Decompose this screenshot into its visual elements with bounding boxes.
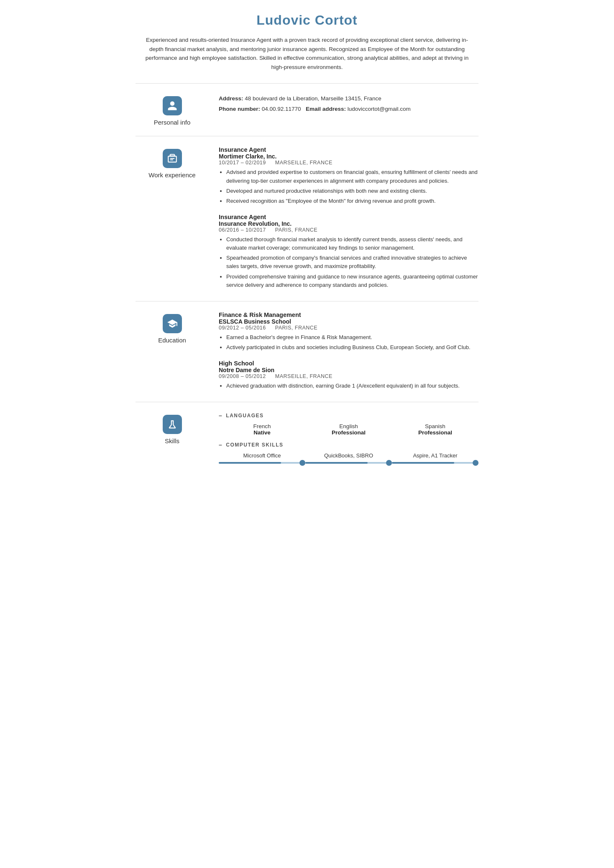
computer-skills-row: Microsoft Office QuickBooks, SIBRO Aspir… (219, 452, 478, 464)
section-left-personal: Personal info (136, 94, 209, 126)
edu-school-1: ESLSCA Business School (219, 318, 478, 325)
job-title-1: Insurance Agent (219, 146, 478, 153)
language-col-spanish: Spanish Professional (392, 423, 478, 436)
skills-icon (163, 415, 182, 434)
skill-fill-aspire (392, 462, 454, 464)
personal-info-section: Personal info Address: 48 boulevard de l… (136, 83, 478, 136)
skills-section: Skills LANGUAGES French Native English P… (136, 402, 478, 480)
edu-block-1: Finance & Risk Management ESLSCA Busines… (219, 311, 478, 352)
skill-col-quickbooks: QuickBooks, SIBRO (305, 452, 392, 464)
job-bullets-1: Advised and provided expertise to custom… (219, 168, 478, 205)
skill-dot-quickbooks (386, 460, 392, 466)
skills-label: Skills (165, 437, 179, 444)
skill-bar-quickbooks (305, 462, 392, 464)
job-title-2: Insurance Agent (219, 214, 478, 220)
svg-rect-0 (170, 158, 174, 159)
edu-school-2: Notre Dame de Sion (219, 367, 478, 373)
personal-info-content: Address: 48 boulevard de la Liberation, … (209, 94, 478, 126)
lang-name-spanish: Spanish (392, 423, 478, 429)
language-col-french: French Native (219, 423, 305, 436)
lang-level-french: Native (219, 429, 305, 436)
lang-level-spanish: Professional (392, 429, 478, 436)
job-bullets-2: Conducted thorough financial market anal… (219, 235, 478, 289)
skill-name-quickbooks: QuickBooks, SIBRO (305, 452, 392, 459)
lang-level-english: Professional (305, 429, 392, 436)
edu-degree-1: Finance & Risk Management (219, 311, 478, 318)
job-meta-1: 10/2017 – 02/2019 MARSEILLE, FRANCE (219, 160, 478, 166)
skill-fill-quickbooks (305, 462, 368, 464)
skill-dot-aspire (473, 460, 478, 466)
skill-bar-aspire (392, 462, 478, 464)
languages-row: French Native English Professional Spani… (219, 423, 478, 436)
job-block-1: Insurance Agent Mortimer Clarke, Inc. 10… (219, 146, 478, 205)
edu-bullets-1: Earned a Bachelor's degree in Finance & … (219, 333, 478, 352)
skill-fill-msoffice (219, 462, 281, 464)
edu-bullet-1-1: Earned a Bachelor's degree in Finance & … (226, 333, 478, 342)
personal-info-icon (163, 96, 182, 115)
bullet-2-3: Provided comprehensive training and guid… (226, 273, 478, 289)
edu-bullet-1-2: Actively participated in clubs and socie… (226, 343, 478, 352)
languages-title: LANGUAGES (219, 412, 478, 419)
skill-col-msoffice: Microsoft Office (219, 452, 305, 464)
resume-name: Ludovic Cortot (136, 13, 478, 28)
bullet-1-1: Advised and provided expertise to custom… (226, 168, 478, 185)
flask-icon (167, 419, 178, 430)
bullet-2-2: Spearheaded promotion of company's finan… (226, 254, 478, 271)
graduation-cap-icon (167, 318, 178, 329)
computer-skills-title: COMPUTER SKILLS (219, 442, 478, 448)
section-left-skills: Skills (136, 412, 209, 470)
lang-name-english: English (305, 423, 392, 429)
education-section: Education Finance & Risk Management ESLS… (136, 301, 478, 402)
job-block-2: Insurance Agent Insurance Revolution, In… (219, 214, 478, 289)
lang-name-french: French (219, 423, 305, 429)
skill-name-aspire: Aspire, A1 Tracker (392, 452, 478, 459)
contact-line: Phone number: 04.00.92.11770 Email addre… (219, 104, 478, 114)
svg-rect-1 (170, 160, 173, 161)
education-content: Finance & Risk Management ESLSCA Busines… (209, 311, 478, 392)
person-icon (167, 100, 178, 111)
bullet-2-1: Conducted thorough financial market anal… (226, 235, 478, 252)
skill-dot-msoffice (299, 460, 305, 466)
skill-name-msoffice: Microsoft Office (219, 452, 305, 459)
bullet-1-2: Developed and nurtured productive relati… (226, 187, 478, 195)
education-label: Education (158, 337, 186, 344)
job-meta-2: 06/2016 – 10/2017 PARIS, FRANCE (219, 227, 478, 233)
summary-text: Experienced and results-oriented Insuran… (136, 36, 478, 71)
skills-content: LANGUAGES French Native English Professi… (209, 412, 478, 470)
languages-block: LANGUAGES French Native English Professi… (219, 412, 478, 436)
language-col-english: English Professional (305, 423, 392, 436)
personal-info-label: Personal info (154, 119, 191, 126)
edu-block-2: High School Notre Dame de Sion 09/2008 –… (219, 360, 478, 390)
skill-col-aspire: Aspire, A1 Tracker (392, 452, 478, 464)
job-company-1: Mortimer Clarke, Inc. (219, 153, 478, 160)
edu-bullet-2-1: Achieved graduation with distinction, ea… (226, 382, 478, 390)
work-experience-section: Work experience Insurance Agent Mortimer… (136, 136, 478, 301)
edu-bullets-2: Achieved graduation with distinction, ea… (219, 382, 478, 390)
edu-meta-1: 09/2012 – 05/2016 PARIS, FRANCE (219, 325, 478, 331)
education-icon (163, 314, 182, 333)
work-experience-label: Work experience (148, 171, 195, 179)
bullet-1-3: Received recognition as "Employee of the… (226, 197, 478, 205)
address-line: Address: 48 boulevard de la Liberation, … (219, 94, 478, 104)
section-left-education: Education (136, 311, 209, 392)
skill-bar-msoffice (219, 462, 305, 464)
briefcase-icon (167, 153, 178, 164)
edu-meta-2: 09/2008 – 05/2012 MARSEILLE, FRANCE (219, 373, 478, 379)
section-left-work: Work experience (136, 146, 209, 291)
job-company-2: Insurance Revolution, Inc. (219, 220, 478, 227)
work-experience-content: Insurance Agent Mortimer Clarke, Inc. 10… (209, 146, 478, 291)
computer-skills-block: COMPUTER SKILLS Microsoft Office QuickBo… (219, 442, 478, 464)
work-icon (163, 149, 182, 168)
edu-degree-2: High School (219, 360, 478, 367)
